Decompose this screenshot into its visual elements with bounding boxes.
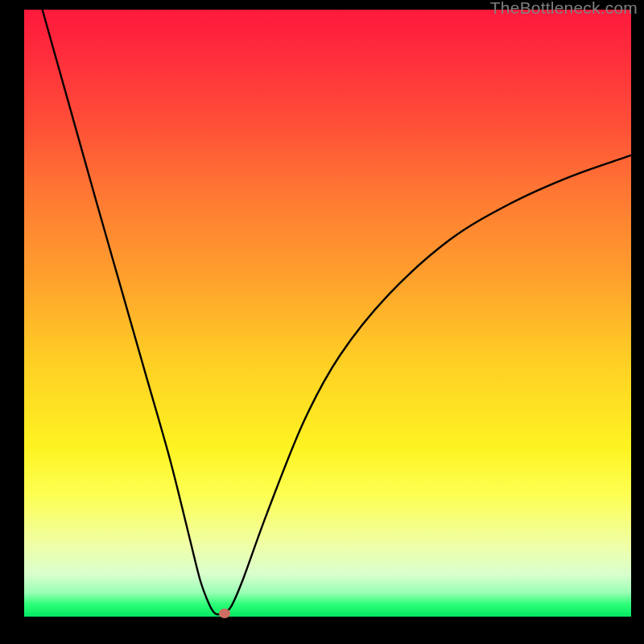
minimum-marker (219, 609, 230, 618)
chart-stage: TheBottleneck.com (0, 0, 644, 644)
bottleneck-curve (24, 10, 631, 617)
plot-area (24, 10, 631, 617)
watermark-text: TheBottleneck.com (490, 0, 638, 18)
